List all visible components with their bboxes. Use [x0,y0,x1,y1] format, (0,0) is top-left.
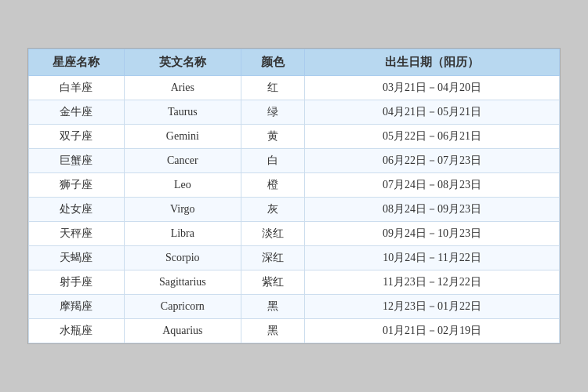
cell-english-name: Scorpio [124,246,241,270]
cell-english-name: Leo [124,173,241,198]
cell-color: 白 [241,149,304,173]
cell-date: 08月24日－09月23日 [305,198,560,222]
table-row: 水瓶座Aquarius黑01月21日－02月19日 [29,319,560,343]
cell-chinese-name: 天蝎座 [29,246,125,270]
cell-color: 橙 [241,173,304,198]
cell-date: 09月24日－10月23日 [305,222,560,246]
table-row: 狮子座Leo橙07月24日－08月23日 [29,173,560,198]
table-row: 双子座Gemini黄05月22日－06月21日 [29,125,560,149]
cell-date: 10月24日－11月22日 [305,246,560,270]
table-row: 白羊座Aries红03月21日－04月20日 [29,76,560,100]
cell-color: 紫红 [241,270,304,295]
table-row: 射手座Sagittarius紫红11月23日－12月22日 [29,270,560,295]
cell-color: 深红 [241,246,304,270]
cell-chinese-name: 摩羯座 [29,295,125,319]
cell-chinese-name: 白羊座 [29,76,125,100]
cell-english-name: Gemini [124,125,241,149]
table-row: 巨蟹座Cancer白06月22日－07月23日 [29,149,560,173]
table-row: 摩羯座Capricorn黑12月23日－01月22日 [29,295,560,319]
cell-english-name: Aries [124,76,241,100]
cell-english-name: Aquarius [124,319,241,343]
cell-color: 灰 [241,198,304,222]
cell-color: 红 [241,76,304,100]
table-row: 处女座Virgo灰08月24日－09月23日 [29,198,560,222]
cell-color: 黄 [241,125,304,149]
cell-english-name: Taurus [124,100,241,125]
cell-chinese-name: 水瓶座 [29,319,125,343]
cell-chinese-name: 双子座 [29,125,125,149]
cell-chinese-name: 金牛座 [29,100,125,125]
header-color: 颜色 [241,49,304,76]
header-english-name: 英文名称 [124,49,241,76]
cell-chinese-name: 处女座 [29,198,125,222]
header-date: 出生日期（阳历） [305,49,560,76]
cell-english-name: Libra [124,222,241,246]
cell-date: 07月24日－08月23日 [305,173,560,198]
cell-english-name: Sagittarius [124,270,241,295]
header-chinese-name: 星座名称 [29,49,125,76]
table-row: 金牛座Taurus绿04月21日－05月21日 [29,100,560,125]
cell-color: 淡红 [241,222,304,246]
cell-color: 黑 [241,295,304,319]
cell-english-name: Cancer [124,149,241,173]
cell-date: 01月21日－02月19日 [305,319,560,343]
table-body: 白羊座Aries红03月21日－04月20日金牛座Taurus绿04月21日－0… [29,76,560,343]
cell-date: 05月22日－06月21日 [305,125,560,149]
cell-chinese-name: 射手座 [29,270,125,295]
cell-date: 12月23日－01月22日 [305,295,560,319]
cell-english-name: Capricorn [124,295,241,319]
cell-date: 06月22日－07月23日 [305,149,560,173]
cell-english-name: Virgo [124,198,241,222]
cell-chinese-name: 天秤座 [29,222,125,246]
cell-color: 黑 [241,319,304,343]
cell-date: 04月21日－05月21日 [305,100,560,125]
zodiac-table: 星座名称 英文名称 颜色 出生日期（阳历） 白羊座Aries红03月21日－04… [28,49,560,343]
cell-chinese-name: 狮子座 [29,173,125,198]
table-header-row: 星座名称 英文名称 颜色 出生日期（阳历） [29,49,560,76]
table-row: 天蝎座Scorpio深红10月24日－11月22日 [29,246,560,270]
table-row: 天秤座Libra淡红09月24日－10月23日 [29,222,560,246]
zodiac-table-wrapper: 星座名称 英文名称 颜色 出生日期（阳历） 白羊座Aries红03月21日－04… [27,48,561,344]
cell-date: 03月21日－04月20日 [305,76,560,100]
cell-chinese-name: 巨蟹座 [29,149,125,173]
cell-color: 绿 [241,100,304,125]
cell-date: 11月23日－12月22日 [305,270,560,295]
